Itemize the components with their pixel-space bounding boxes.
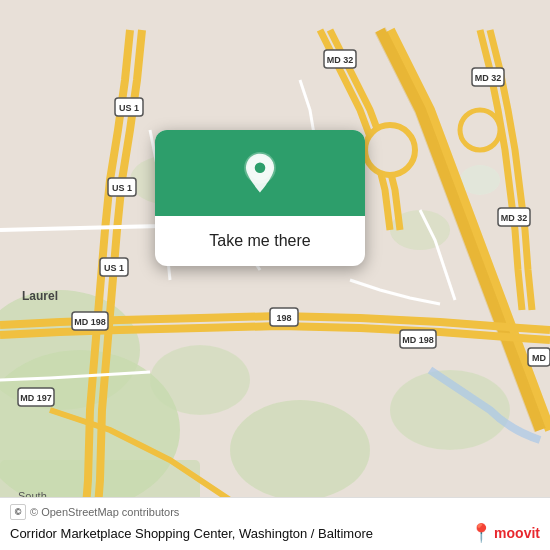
svg-text:198: 198 [276, 313, 291, 323]
moovit-logo: 📍 moovit [470, 522, 540, 544]
svg-text:US 1: US 1 [119, 103, 139, 113]
svg-point-4 [150, 345, 250, 415]
svg-text:MD: MD [532, 353, 546, 363]
address-line1: Corridor Marketplace Shopping Center, Wa… [10, 526, 314, 541]
map-container: US 1 US 1 US 1 MD 32 MD 32 MD 32 MD 198 … [0, 0, 550, 550]
address-row: Corridor Marketplace Shopping Center, Wa… [10, 522, 540, 544]
svg-text:MD 198: MD 198 [402, 335, 434, 345]
svg-point-8 [460, 165, 500, 195]
location-pin-icon [238, 152, 282, 196]
svg-text:MD 32: MD 32 [501, 213, 528, 223]
address-line2: Baltimore [318, 526, 373, 541]
svg-point-2 [230, 400, 370, 500]
osm-logo: © [10, 504, 26, 520]
popup-button-area[interactable]: Take me there [155, 216, 365, 266]
svg-text:MD 32: MD 32 [475, 73, 502, 83]
svg-point-9 [365, 125, 415, 175]
map-svg: US 1 US 1 US 1 MD 32 MD 32 MD 32 MD 198 … [0, 0, 550, 550]
svg-text:MD 198: MD 198 [74, 317, 106, 327]
popup-card: Take me there [155, 130, 365, 266]
svg-point-10 [460, 110, 500, 150]
svg-text:US 1: US 1 [104, 263, 124, 273]
bottom-bar: © © OpenStreetMap contributors Corridor … [0, 497, 550, 550]
svg-point-37 [255, 163, 266, 174]
svg-text:US 1: US 1 [112, 183, 132, 193]
attribution-text: © OpenStreetMap contributors [30, 506, 179, 518]
moovit-pin-icon: 📍 [470, 522, 492, 544]
popup-green-area [155, 130, 365, 216]
take-me-there-button[interactable]: Take me there [201, 228, 318, 254]
svg-text:MD 32: MD 32 [327, 55, 354, 65]
moovit-text: moovit [494, 525, 540, 541]
svg-text:Laurel: Laurel [22, 289, 58, 303]
attribution-row: © © OpenStreetMap contributors [10, 504, 540, 520]
svg-text:MD 197: MD 197 [20, 393, 52, 403]
address-text: Corridor Marketplace Shopping Center, Wa… [10, 526, 462, 541]
